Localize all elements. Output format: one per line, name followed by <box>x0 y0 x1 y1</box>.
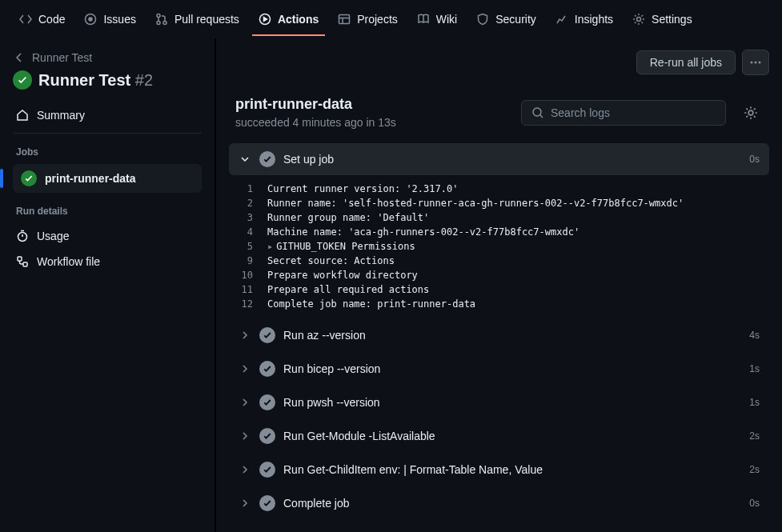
chevron-right-icon <box>239 396 251 409</box>
breadcrumb-back[interactable]: Runner Test <box>13 51 202 64</box>
step-item: Run bicep --version 1s <box>229 353 769 385</box>
step-name: Run bicep --version <box>283 362 741 375</box>
usage-label: Usage <box>37 230 69 242</box>
step-name: Set up job <box>283 153 741 166</box>
arrow-left-icon <box>13 51 26 64</box>
chevron-right-icon <box>239 329 251 342</box>
svg-point-14 <box>533 108 541 116</box>
step-header[interactable]: Run az --version 4s <box>229 319 769 351</box>
success-icon <box>259 327 275 343</box>
step-header[interactable]: Run pwsh --version 1s <box>229 386 769 418</box>
step-item: Run az --version 4s <box>229 319 769 351</box>
step-item: Run pwsh --version 1s <box>229 386 769 418</box>
tab-label: Settings <box>652 13 692 26</box>
log-line[interactable]: 5▸GITHUB_TOKEN Permissions <box>229 239 769 254</box>
kebab-menu-button[interactable] <box>742 50 769 75</box>
success-icon <box>259 151 275 167</box>
svg-point-1 <box>89 18 92 21</box>
step-name: Complete job <box>283 497 741 510</box>
tab-label: Actions <box>278 13 319 26</box>
projects-icon <box>338 13 351 26</box>
stopwatch-icon <box>16 230 29 242</box>
sidebar-job-item[interactable]: print-runner-data <box>13 164 202 193</box>
workflow-name: Runner Test <box>38 71 130 89</box>
graph-icon <box>555 13 568 26</box>
log-line[interactable]: 1Current runner version: '2.317.0' <box>229 182 769 196</box>
play-circle-icon <box>259 13 271 26</box>
svg-point-3 <box>157 21 160 24</box>
summary-label: Summary <box>37 109 85 122</box>
log-line[interactable]: 12Complete job name: print-runner-data <box>229 297 769 311</box>
search-icon <box>531 106 544 119</box>
run-title: Runner Test #2 <box>13 70 202 90</box>
success-icon <box>259 462 275 478</box>
shield-icon <box>476 13 489 26</box>
main-content: Re-run all jobs print-runner-data succee… <box>215 38 782 532</box>
usage-link[interactable]: Usage <box>13 223 202 249</box>
tab-label: Projects <box>357 13 398 26</box>
log-line[interactable]: 10Prepare workflow directory <box>229 268 769 282</box>
step-duration: 1s <box>749 363 760 374</box>
pull-request-icon <box>155 13 168 26</box>
tab-wiki[interactable]: Wiki <box>411 6 463 32</box>
tab-pulls[interactable]: Pull requests <box>149 6 246 32</box>
book-icon <box>417 13 430 26</box>
tab-issues[interactable]: Issues <box>78 6 142 32</box>
step-duration: 2s <box>749 430 760 442</box>
jobs-heading: Jobs <box>13 134 202 164</box>
step-item: Set up job 0s 1Current runner version: '… <box>229 143 769 318</box>
step-header[interactable]: Run Get-Module -ListAvailable 2s <box>229 420 769 452</box>
tab-security[interactable]: Security <box>470 6 543 32</box>
step-name: Run az --version <box>283 329 741 342</box>
log-line[interactable]: 2Runner name: 'self-hosted-runner-aca-gh… <box>229 196 769 210</box>
steps-list: Set up job 0s 1Current runner version: '… <box>216 143 782 532</box>
svg-rect-6 <box>339 14 350 23</box>
chevron-right-icon <box>239 497 251 510</box>
tab-label: Security <box>495 13 536 26</box>
step-name: Run pwsh --version <box>283 396 741 409</box>
job-meta: succeeded 4 minutes ago in 13s <box>235 116 508 129</box>
tab-settings[interactable]: Settings <box>626 6 699 32</box>
tab-label: Pull requests <box>174 13 239 26</box>
svg-point-15 <box>748 110 753 115</box>
svg-point-11 <box>751 62 753 64</box>
tab-label: Code <box>38 13 65 26</box>
job-name-label: print-runner-data <box>45 172 136 185</box>
step-item: Run Get-ChildItem env: | Format-Table Na… <box>229 454 769 486</box>
log-line[interactable]: 4Machine name: 'aca-gh-runners-002--v2-f… <box>229 225 769 239</box>
svg-point-7 <box>637 17 641 21</box>
log-line[interactable]: 3Runner group name: 'Default' <box>229 210 769 225</box>
tab-label: Issues <box>103 13 135 26</box>
step-duration: 0s <box>749 154 760 165</box>
workflow-file-link[interactable]: Workflow file <box>13 249 202 274</box>
log-line[interactable]: 9Secret source: Actions <box>229 254 769 268</box>
tab-actions[interactable]: Actions <box>252 6 325 32</box>
svg-point-13 <box>759 62 761 64</box>
tab-insights[interactable]: Insights <box>549 6 620 32</box>
job-header: print-runner-data succeeded 4 minutes ag… <box>216 86 782 143</box>
tab-projects[interactable]: Projects <box>331 6 404 32</box>
svg-point-2 <box>157 14 160 17</box>
summary-link[interactable]: Summary <box>13 102 202 134</box>
svg-rect-9 <box>18 257 22 261</box>
chevron-right-icon <box>239 463 251 476</box>
step-header[interactable]: Run bicep --version 1s <box>229 353 769 385</box>
tab-label: Wiki <box>436 13 457 26</box>
step-name: Run Get-Module -ListAvailable <box>283 430 741 442</box>
step-header[interactable]: Run Get-ChildItem env: | Format-Table Na… <box>229 454 769 486</box>
gear-icon <box>632 13 645 26</box>
step-duration: 1s <box>749 397 760 408</box>
header-actions: Re-run all jobs <box>216 38 782 86</box>
search-logs-input[interactable] <box>521 100 726 126</box>
log-line[interactable]: 11Prepare all required actions <box>229 282 769 297</box>
sidebar: Runner Test Runner Test #2 Summary Jobs … <box>0 38 215 532</box>
svg-point-12 <box>755 62 757 64</box>
logs-settings-button[interactable] <box>739 101 763 125</box>
success-icon <box>259 361 275 377</box>
rerun-button[interactable]: Re-run all jobs <box>636 50 736 74</box>
step-duration: 2s <box>749 464 760 475</box>
tab-code[interactable]: Code <box>13 6 71 32</box>
step-header[interactable]: Complete job 0s <box>229 487 769 519</box>
step-header[interactable]: Set up job 0s <box>229 143 769 175</box>
breadcrumb-text: Runner Test <box>32 51 92 64</box>
